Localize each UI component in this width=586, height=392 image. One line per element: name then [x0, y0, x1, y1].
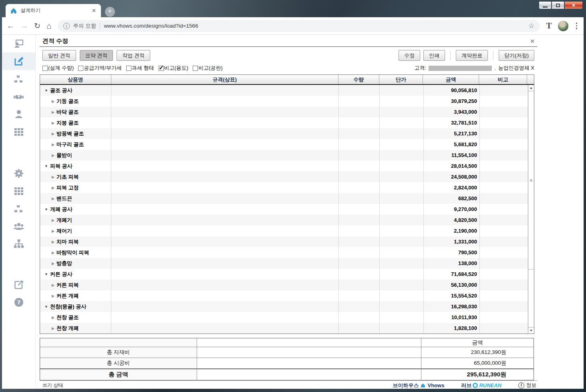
quote-table-row[interactable]: ▶피복 고정 2,824,000: [40, 182, 528, 193]
quote-table-row[interactable]: ▶마구리 골조 5,681,820: [40, 139, 528, 150]
quote-table-row[interactable]: ▶바닥 골조 3,943,000: [40, 107, 528, 117]
sidebar-item-design-edit[interactable]: [2, 52, 35, 70]
checkbox-icon[interactable]: ✓: [42, 66, 48, 71]
quote-table-row[interactable]: ▶제어기 2,190,000: [40, 225, 528, 236]
sidebar-item-apps[interactable]: [2, 182, 35, 200]
quote-table-row[interactable]: ▶천창 골조 10,011,930: [40, 312, 528, 323]
home-icon[interactable]: ⌂: [46, 22, 52, 30]
close-save-button[interactable]: 닫기(저장): [499, 50, 534, 61]
tree-marker-icon[interactable]: ▼: [44, 164, 48, 168]
info-link[interactable]: i 정보: [518, 382, 536, 389]
option-checkbox[interactable]: ✓ 공급가액/부가세: [78, 64, 122, 72]
forward-icon[interactable]: →: [20, 22, 28, 30]
customer-note[interactable]: 농업인경영체 X: [498, 64, 534, 72]
tree-marker-icon[interactable]: ▼: [44, 305, 48, 309]
tree-marker-icon[interactable]: ▶: [52, 240, 54, 244]
sidebar-item-consulting[interactable]: [2, 35, 35, 52]
option-checkbox[interactable]: ✓ (설계 수량): [42, 64, 74, 72]
tree-marker-icon[interactable]: ▼: [44, 272, 48, 276]
site-info-icon[interactable]: i: [63, 23, 70, 29]
table-scrollbar[interactable]: ▲ ≡ ▼: [528, 85, 534, 334]
window-maximize-button[interactable]: [552, 2, 564, 9]
work-quote-button[interactable]: 작업 견적: [117, 50, 150, 61]
tree-marker-icon[interactable]: ▼: [44, 207, 48, 211]
sidebar-item-organization[interactable]: [2, 235, 35, 253]
tree-marker-icon[interactable]: ▶: [52, 175, 54, 179]
tab-close-icon[interactable]: ✕: [90, 8, 98, 14]
sidebar-item-products[interactable]: [2, 123, 35, 141]
sidebar-item-deals[interactable]: [2, 88, 35, 105]
quote-table-row[interactable]: ▶방풍벽 골조 5,217,130: [40, 128, 528, 139]
tree-marker-icon[interactable]: ▼: [44, 88, 48, 92]
tree-marker-icon[interactable]: ▶: [52, 229, 54, 233]
option-checkbox[interactable]: ✓ 과세 형태: [126, 64, 154, 72]
print-button[interactable]: 인쇄: [423, 50, 445, 61]
quote-table-row[interactable]: ▶커튼 피복 56,130,000: [40, 279, 528, 290]
quote-table-row[interactable]: ▼개폐 공사 9,270,000: [40, 204, 528, 215]
tree-marker-icon[interactable]: ▶: [52, 186, 54, 190]
extension-t-icon[interactable]: T: [546, 21, 552, 31]
tree-marker-icon[interactable]: ▶: [52, 294, 54, 298]
tree-marker-icon[interactable]: ▶: [52, 283, 54, 287]
tree-marker-icon[interactable]: ▶: [52, 261, 54, 265]
quote-table-row[interactable]: ▶방충망 138,000: [40, 258, 528, 269]
quote-table-row[interactable]: ▶바람막이 피복 790,500: [40, 247, 528, 258]
tree-marker-icon[interactable]: ▶: [52, 121, 54, 125]
quote-table-row[interactable]: ▶밴드끈 682,500: [40, 193, 528, 204]
quote-table-row[interactable]: ▶기초 피복 24,508,000: [40, 171, 528, 182]
option-checkbox[interactable]: ✓ 비고(용도): [159, 64, 189, 72]
scrollbar-thumb[interactable]: ≡: [528, 91, 534, 269]
sidebar-item-materials[interactable]: [2, 70, 35, 88]
browser-tab[interactable]: 설계하기 ✕: [6, 4, 101, 17]
tree-marker-icon[interactable]: ▶: [52, 99, 54, 103]
quote-table-row[interactable]: ▼커튼 공사 71,684,520: [40, 269, 528, 279]
sidebar-item-help[interactable]: ?: [2, 293, 35, 311]
sidebar-item-customer[interactable]: [2, 105, 35, 123]
checkbox-icon[interactable]: ✓: [126, 66, 131, 71]
general-quote-button[interactable]: 일반 견적: [42, 50, 76, 61]
quote-table-row[interactable]: ▼골조 공사 90,056,810: [40, 85, 528, 96]
col-header-amount[interactable]: 금액: [423, 75, 479, 84]
tree-marker-icon[interactable]: ▶: [52, 153, 54, 157]
quote-table-row[interactable]: ▶지붕 골조 32,781,510: [40, 117, 528, 128]
checkbox-icon[interactable]: ✓: [193, 66, 198, 71]
option-checkbox[interactable]: ✓ 비고(공란): [193, 64, 223, 72]
new-tab-button[interactable]: +: [105, 7, 115, 17]
quote-table-row[interactable]: ▶커튼 개폐 15,554,520: [40, 290, 528, 301]
security-label[interactable]: 주의 요함: [73, 22, 97, 30]
edit-button[interactable]: 수정: [399, 50, 420, 61]
window-close-button[interactable]: ✕: [564, 2, 583, 9]
quote-table-row[interactable]: ▶개폐기 4,820,500: [40, 215, 528, 225]
sidebar-item-external-link[interactable]: [2, 276, 35, 293]
bookmark-star-icon[interactable]: ☆: [528, 22, 534, 30]
checkbox-icon[interactable]: ✓: [78, 66, 83, 71]
quote-table-row[interactable]: ▼천창(몽골) 공사 16,298,030: [40, 301, 528, 312]
profile-avatar[interactable]: [558, 21, 568, 31]
tree-marker-icon[interactable]: ▶: [52, 218, 54, 222]
sidebar-item-team[interactable]: [2, 217, 35, 235]
url-text[interactable]: www.vhows.com/designs/load?id=1566: [104, 23, 198, 29]
summary-quote-button[interactable]: 요약 견적: [80, 50, 113, 61]
window-minimize-button[interactable]: [539, 2, 552, 9]
scroll-down-icon[interactable]: ▼: [528, 327, 534, 334]
col-header-unit-price[interactable]: 단가: [379, 75, 423, 84]
col-header-spec[interactable]: 규격(상표): [111, 75, 338, 84]
runean-logo[interactable]: 러브 RUNEAN: [461, 382, 501, 389]
quote-table-row[interactable]: ▼피복 공사 28,014,500: [40, 161, 528, 171]
scrollbar-track[interactable]: ≡: [528, 91, 534, 327]
panel-close-icon[interactable]: ✕: [530, 38, 535, 44]
sidebar-item-settings[interactable]: [2, 165, 35, 182]
contract-complete-button[interactable]: 계약완료: [456, 50, 488, 61]
tree-marker-icon[interactable]: ▶: [52, 326, 54, 330]
quote-table-row[interactable]: ▶치마 피복 1,331,000: [40, 236, 528, 247]
tree-marker-icon[interactable]: ▶: [52, 316, 54, 320]
back-icon[interactable]: ←: [7, 22, 14, 30]
tree-marker-icon[interactable]: ▶: [52, 251, 54, 255]
tree-marker-icon[interactable]: ▶: [52, 132, 54, 136]
scroll-up-icon[interactable]: ▲: [528, 85, 534, 91]
col-header-qty[interactable]: 수량: [338, 75, 379, 84]
tree-marker-icon[interactable]: ▶: [52, 143, 54, 147]
tree-marker-icon[interactable]: ▶: [52, 197, 54, 201]
quote-table-row[interactable]: ▶기둥 골조 30,879,250: [40, 96, 528, 107]
tree-marker-icon[interactable]: ▶: [52, 110, 54, 114]
